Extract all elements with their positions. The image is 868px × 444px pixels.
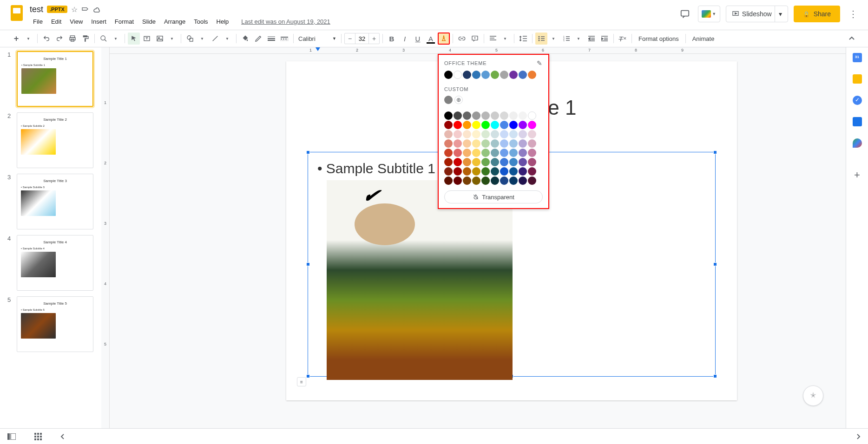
palette-color-swatch[interactable] — [491, 176, 499, 185]
palette-color-swatch[interactable] — [472, 176, 480, 185]
move-icon[interactable] — [81, 6, 89, 13]
palette-color-swatch[interactable] — [500, 158, 508, 166]
palette-color-swatch[interactable] — [463, 167, 471, 176]
theme-color-swatch[interactable] — [463, 71, 471, 79]
document-title[interactable]: test — [30, 5, 43, 14]
menu-tools[interactable]: Tools — [191, 16, 211, 27]
border-weight-button[interactable] — [265, 33, 277, 45]
palette-color-swatch[interactable] — [500, 167, 508, 176]
palette-color-swatch[interactable] — [481, 130, 490, 138]
palette-color-swatch[interactable] — [500, 176, 508, 185]
theme-color-swatch[interactable] — [519, 71, 527, 79]
calendar-icon[interactable] — [853, 53, 862, 62]
undo-button[interactable] — [40, 33, 53, 45]
resize-handle-mr[interactable] — [713, 262, 717, 266]
decrease-indent-button[interactable] — [585, 33, 598, 45]
textbox-tool[interactable] — [141, 33, 153, 45]
theme-color-swatch[interactable] — [481, 71, 490, 79]
add-custom-color-button[interactable]: ⊕ — [454, 96, 463, 104]
line-dropdown[interactable]: ▼ — [221, 33, 233, 45]
format-options-button[interactable]: Format options — [635, 35, 683, 42]
font-size-decrease[interactable]: − — [345, 35, 355, 42]
theme-color-swatch[interactable] — [454, 71, 462, 79]
palette-color-swatch[interactable] — [444, 149, 453, 157]
font-family-select[interactable]: Calibri▼ — [296, 33, 338, 44]
slide-subtitle[interactable]: • Sample Subtitle 1 — [317, 161, 435, 176]
palette-color-swatch[interactable] — [509, 176, 518, 185]
italic-button[interactable]: I — [399, 33, 411, 45]
menu-insert[interactable]: Insert — [88, 16, 110, 27]
palette-color-swatch[interactable] — [454, 139, 462, 148]
border-color-button[interactable] — [252, 33, 264, 45]
numbered-list-dropdown[interactable]: ▼ — [572, 33, 585, 45]
palette-color-swatch[interactable] — [509, 130, 518, 138]
cloud-status-icon[interactable] — [92, 6, 101, 13]
image-tool[interactable] — [154, 33, 166, 45]
palette-color-swatch[interactable] — [500, 149, 508, 157]
resize-handle-ml[interactable] — [306, 262, 310, 266]
palette-color-swatch[interactable] — [491, 130, 499, 138]
insert-comment-button[interactable] — [469, 33, 481, 45]
palette-color-swatch[interactable] — [528, 111, 536, 120]
collapse-filmstrip-icon[interactable] — [60, 433, 65, 440]
palette-color-swatch[interactable] — [454, 121, 462, 129]
palette-color-swatch[interactable] — [444, 130, 453, 138]
slide-image[interactable]: ✔ — [327, 180, 513, 380]
palette-color-swatch[interactable] — [528, 149, 536, 157]
palette-color-swatch[interactable] — [528, 158, 536, 166]
palette-color-swatch[interactable] — [454, 158, 462, 166]
palette-color-swatch[interactable] — [481, 111, 490, 120]
palette-color-swatch[interactable] — [500, 121, 508, 129]
resize-handle-tl[interactable] — [306, 150, 310, 154]
menu-slide[interactable]: Slide — [139, 16, 159, 27]
palette-color-swatch[interactable] — [509, 149, 518, 157]
transparent-button[interactable]: Transparent — [444, 190, 543, 203]
resize-handle-bl[interactable] — [306, 374, 310, 378]
palette-color-swatch[interactable] — [454, 111, 462, 120]
contacts-icon[interactable] — [853, 117, 862, 126]
theme-color-swatch[interactable] — [472, 71, 480, 79]
font-size-increase[interactable]: + — [369, 35, 379, 42]
fill-color-button[interactable] — [239, 33, 251, 45]
edit-theme-icon[interactable]: ✎ — [537, 59, 543, 67]
palette-color-swatch[interactable] — [519, 139, 527, 148]
palette-color-swatch[interactable] — [481, 149, 490, 157]
palette-color-swatch[interactable] — [463, 130, 471, 138]
palette-color-swatch[interactable] — [481, 167, 490, 176]
filmstrip-view-icon[interactable] — [7, 433, 16, 440]
zoom-dropdown[interactable]: ▼ — [110, 33, 122, 45]
font-size-input[interactable] — [355, 33, 369, 44]
slide-thumb-3[interactable]: 3 Sample Title 3 • Sample Subtitle 3 — [7, 174, 98, 229]
palette-color-swatch[interactable] — [491, 167, 499, 176]
palette-color-swatch[interactable] — [519, 121, 527, 129]
menu-format[interactable]: Format — [112, 16, 137, 27]
account-icon[interactable]: ⋮ — [846, 7, 861, 21]
clear-formatting-button[interactable]: T✕ — [617, 33, 629, 45]
slide-thumb-1[interactable]: 1 Sample Title 1 • Sample Subtitle 1 — [7, 51, 98, 107]
palette-color-swatch[interactable] — [472, 111, 480, 120]
palette-color-swatch[interactable] — [481, 176, 490, 185]
slideshow-dropdown-icon[interactable]: ▾ — [775, 6, 786, 22]
theme-color-swatch[interactable] — [528, 71, 536, 79]
palette-color-swatch[interactable] — [444, 167, 453, 176]
theme-color-swatch[interactable] — [509, 71, 518, 79]
palette-color-swatch[interactable] — [528, 130, 536, 138]
palette-color-swatch[interactable] — [509, 121, 518, 129]
palette-color-swatch[interactable] — [463, 158, 471, 166]
tasks-icon[interactable] — [853, 96, 862, 105]
palette-color-swatch[interactable] — [519, 167, 527, 176]
palette-color-swatch[interactable] — [472, 130, 480, 138]
theme-color-swatch[interactable] — [491, 71, 499, 79]
comment-history-icon[interactable] — [677, 7, 692, 21]
palette-color-swatch[interactable] — [463, 176, 471, 185]
palette-color-swatch[interactable] — [444, 121, 453, 129]
theme-color-swatch[interactable] — [444, 71, 453, 79]
new-slide-button[interactable]: + — [10, 33, 22, 45]
menu-file[interactable]: File — [30, 16, 46, 27]
star-icon[interactable]: ☆ — [71, 5, 78, 14]
menu-arrange[interactable]: Arrange — [161, 16, 189, 27]
border-dash-button[interactable] — [278, 33, 290, 45]
shape-tool[interactable] — [184, 33, 196, 45]
palette-color-swatch[interactable] — [472, 167, 480, 176]
slide-thumb-4[interactable]: 4 Sample Title 4 • Sample Subtitle 4 — [7, 235, 98, 291]
